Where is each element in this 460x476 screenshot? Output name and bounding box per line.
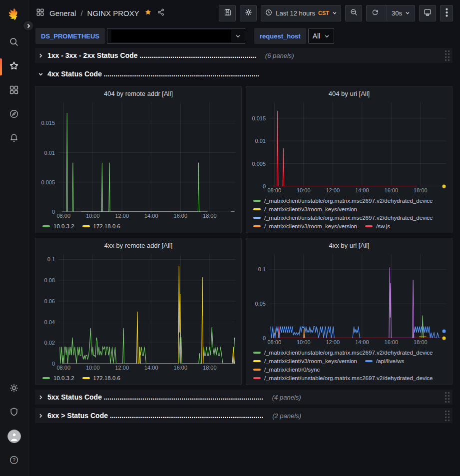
refresh-button[interactable] (367, 5, 384, 21)
y-tick-label: 0.1 (47, 256, 55, 262)
legend-swatch (253, 360, 261, 362)
row-drag-handle[interactable] (445, 411, 450, 421)
breadcrumb-separator: / (80, 9, 82, 17)
chart-plot[interactable] (58, 254, 235, 364)
grafana-logo-icon[interactable] (6, 5, 21, 24)
legend-item[interactable]: 172.18.0.6 (82, 223, 120, 229)
x-tick-label: 16:00 (385, 339, 399, 345)
panel-4xx-by-uri: 4xx by uri [All] 0.10.050 08:0010:0012:0… (246, 238, 453, 385)
sidebar-item-configuration[interactable] (0, 377, 28, 401)
gear-icon (8, 383, 19, 396)
chevron-down-icon (38, 71, 43, 77)
y-tick-label: 0 (263, 335, 266, 341)
x-tick-label: 18:00 (414, 339, 428, 345)
save-dashboard-button[interactable] (219, 5, 236, 21)
dashboard-canvas: 1xx - 3xx - 2xx Status Code ............… (28, 46, 460, 476)
sidebar-item-search[interactable] (0, 31, 28, 55)
panel-404-by-remote-addr: 404 by remote addr [All] 0.0150.010.0050… (35, 86, 242, 233)
legend-item[interactable]: /_matrix/client/unstable/org.matrix.msc2… (253, 198, 433, 204)
legend-item[interactable]: /_matrix/client/r0/sync (253, 367, 320, 373)
monitor-icon (423, 8, 432, 18)
x-tick-label: 12:00 (326, 339, 340, 345)
sidebar-item-profile[interactable] (0, 425, 28, 449)
favorite-star-icon[interactable] (144, 8, 152, 18)
row-title: 5xx Status Code ........................… (47, 393, 263, 401)
top-nav: General / NGINX PROXY Last 12 hours CST (28, 0, 460, 26)
legend-item[interactable]: 172.18.0.6 (82, 375, 120, 381)
y-tick-label: 0 (52, 361, 55, 367)
sidebar-item-help[interactable]: ? (0, 449, 28, 473)
time-range-picker[interactable]: Last 12 hours CST (261, 5, 341, 21)
variable-select-ds-prometheus[interactable] (107, 28, 245, 44)
legend-item[interactable]: 10.0.3.2 (42, 223, 74, 229)
legend-item[interactable]: /sw.js (365, 223, 390, 229)
legend-item[interactable]: /_matrix/client/v3/room_keys/version (253, 358, 357, 364)
legend-item[interactable]: /_matrix/client/unstable/org.matrix.msc2… (253, 375, 433, 381)
chevron-right-icon (38, 413, 43, 419)
sidebar-item-alerting[interactable] (0, 127, 28, 151)
help-icon: ? (8, 455, 19, 468)
chart-plot[interactable] (58, 102, 235, 212)
chevron-down-icon (324, 33, 330, 39)
row-5xx[interactable]: 5xx Status Code ........................… (35, 390, 453, 405)
y-tick-label: 0.005 (252, 161, 266, 167)
y-tick-label: 0.1 (258, 266, 266, 272)
legend-swatch (253, 352, 261, 354)
panel-title[interactable]: 404 by remote addr [All] (104, 90, 173, 97)
chart-plot[interactable] (269, 254, 446, 338)
row-drag-handle[interactable] (445, 392, 450, 403)
chart-plot[interactable] (269, 102, 446, 186)
bell-icon (8, 132, 19, 145)
zoom-out-button[interactable] (345, 5, 362, 21)
legend-item[interactable]: /api/live/ws (365, 358, 404, 364)
panel-legend: 10.0.3.2172.18.0.6 (35, 373, 241, 385)
panel-4xx-by-remote-addr: 4xx by remote addr [All] 0.10.080.060.04… (35, 238, 242, 385)
panel-grid: 404 by remote addr [All] 0.0150.010.0050… (35, 86, 453, 385)
breadcrumb-folder[interactable]: General (49, 9, 76, 17)
legend-item[interactable]: 10.0.3.2 (42, 375, 74, 381)
legend-item[interactable]: /_matrix/client/v3/room_keys/version (253, 223, 357, 229)
panel-title[interactable]: 4xx by remote addr [All] (104, 242, 173, 249)
legend-label: /_matrix/client/v3/room_keys/version (264, 358, 357, 364)
legend-swatch (253, 200, 261, 202)
panel-title[interactable]: 404 by uri [All] (329, 90, 370, 97)
panel-legend: /_matrix/client/unstable/org.matrix.msc2… (246, 195, 452, 233)
y-tick-label: 0.05 (255, 301, 266, 307)
x-tick-label: 16:00 (174, 365, 188, 371)
sidebar-item-server-admin[interactable] (0, 401, 28, 425)
x-tick-label: 12:00 (326, 187, 340, 193)
legend-item[interactable]: /_matrix/client/v3/room_keys/version (253, 206, 357, 212)
breadcrumb: General / NGINX PROXY (35, 7, 165, 19)
row-6xx[interactable]: 6xx > Status Code ......................… (35, 408, 453, 423)
sidebar-item-starred[interactable] (0, 55, 28, 79)
y-tick-label: 0 (263, 183, 266, 189)
nav-actions: Last 12 hours CST 30s (219, 5, 453, 21)
save-icon (223, 8, 232, 18)
legend-label: 172.18.0.6 (93, 375, 120, 381)
y-tick-label: 0.015 (41, 120, 55, 126)
row-drag-handle[interactable] (445, 50, 450, 61)
x-axis: 08:0010:0012:0014:0016:0018:00 (269, 187, 446, 195)
avatar (7, 430, 21, 445)
sidebar-expand-button[interactable] (22, 20, 34, 31)
sidebar-item-explore[interactable] (0, 103, 28, 127)
refresh-interval-dropdown[interactable]: 30s (387, 5, 415, 21)
row-4xx[interactable]: 4xx Status Code ........................… (35, 67, 453, 81)
more-options-button[interactable] (440, 5, 453, 21)
variable-select-request-host[interactable]: All (308, 28, 335, 44)
row-1xx-3xx-2xx[interactable]: 1xx - 3xx - 2xx Status Code ............… (35, 48, 453, 63)
share-icon[interactable] (157, 8, 165, 18)
legend-label: /sw.js (376, 223, 390, 229)
sidebar-item-dashboards[interactable] (0, 79, 28, 103)
cycle-view-mode-button[interactable] (419, 5, 436, 21)
y-tick-label: 0.015 (252, 115, 266, 121)
legend-swatch (42, 377, 50, 379)
page-title[interactable]: NGINX PROXY (87, 9, 139, 17)
variable-label-request-host[interactable]: request_host (254, 28, 306, 44)
refresh-picker: 30s (366, 5, 415, 21)
variable-label-ds-prometheus[interactable]: DS_PROMETHEUS (35, 28, 105, 44)
dashboard-settings-button[interactable] (240, 5, 257, 21)
legend-item[interactable]: /_matrix/client/unstable/org.matrix.msc2… (253, 215, 433, 221)
legend-item[interactable]: /_matrix/client/unstable/org.matrix.msc2… (253, 350, 433, 356)
panel-title[interactable]: 4xx by uri [All] (329, 242, 370, 249)
